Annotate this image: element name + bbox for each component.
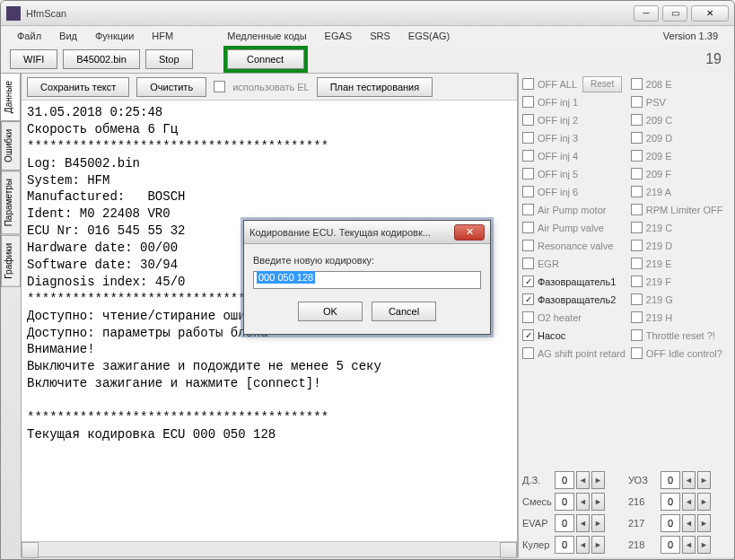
- check-off-inj-4[interactable]: OFF inj 4: [522, 148, 626, 163]
- connect-button[interactable]: Connect: [227, 49, 304, 69]
- stop-button[interactable]: Stop: [145, 49, 193, 69]
- check-off-inj-5[interactable]: OFF inj 5: [522, 166, 626, 181]
- check--1[interactable]: Фазовращатель1: [522, 274, 626, 289]
- check--2[interactable]: Фазовращатель2: [522, 292, 626, 307]
- spinner-Кулер[interactable]: Кулер0◄►: [522, 536, 625, 554]
- spinner-Смесь[interactable]: Смесь0◄►: [522, 493, 625, 511]
- cancel-button[interactable]: Cancel: [372, 302, 436, 321]
- check-219-d[interactable]: 219 D: [631, 238, 731, 253]
- app-icon: [6, 6, 21, 21]
- spinner-УОЗ[interactable]: УОЗ0◄►: [628, 471, 731, 489]
- counter: 19: [705, 51, 725, 67]
- dialog-label: Введите новую кодировку:: [253, 255, 481, 266]
- spinner-216[interactable]: 2160◄►: [628, 493, 731, 511]
- use-el-checkbox[interactable]: [214, 81, 225, 92]
- check-208-e[interactable]: 208 E: [631, 76, 731, 92]
- dialog-title: Кодирование ECU. Текущая кодировк...: [249, 227, 454, 238]
- check-209-d[interactable]: 209 D: [631, 130, 731, 145]
- check-219-h[interactable]: 219 H: [631, 310, 731, 325]
- toolbar: WIFI B45002.bin Stop Connect 19: [1, 46, 734, 73]
- dialog-close-button[interactable]: ✕: [454, 224, 485, 241]
- check-209-c[interactable]: 209 C: [631, 112, 731, 127]
- check-off-inj-6[interactable]: OFF inj 6: [522, 184, 626, 199]
- check-off-inj-3[interactable]: OFF inj 3: [522, 130, 626, 145]
- spinner-EVAP[interactable]: EVAP0◄►: [522, 514, 625, 532]
- check-off-inj-2[interactable]: OFF inj 2: [522, 112, 626, 127]
- check-219-c[interactable]: 219 C: [631, 220, 731, 235]
- ok-button[interactable]: OK: [298, 302, 363, 321]
- check-air-pump-motor[interactable]: Air Pump motor: [522, 202, 626, 217]
- check-egr[interactable]: EGR: [522, 256, 626, 271]
- window-title: HfmScan: [26, 8, 634, 19]
- check-209-f[interactable]: 209 F: [631, 166, 731, 181]
- check-219-e[interactable]: 219 E: [631, 256, 731, 271]
- check-air-pump-valve[interactable]: Air Pump valve: [522, 220, 626, 235]
- check-off-inj-1[interactable]: OFF inj 1: [522, 94, 626, 109]
- check-o2-heater[interactable]: O2 heater: [522, 310, 626, 325]
- check-219-f[interactable]: 219 F: [631, 274, 731, 289]
- spinner-217[interactable]: 2170◄►: [628, 514, 731, 532]
- check-throttle-reset-[interactable]: Throttle reset ?!: [631, 328, 731, 343]
- use-el-label: использовать EL: [232, 82, 310, 92]
- menu-view[interactable]: Вид: [50, 29, 86, 43]
- vertical-tabs: Данные Ошибки Параметры Графики: [1, 73, 21, 557]
- minimize-button[interactable]: ─: [634, 5, 659, 22]
- tab-errors[interactable]: Ошибки: [1, 121, 21, 171]
- close-button[interactable]: ✕: [691, 5, 729, 22]
- menu-slowcodes[interactable]: Медленные коды: [218, 29, 315, 43]
- clear-button[interactable]: Очистить: [136, 77, 206, 97]
- check-219-g[interactable]: 219 G: [631, 292, 731, 307]
- save-text-button[interactable]: Сохранить текст: [27, 77, 129, 97]
- spinner-218[interactable]: 2180◄►: [628, 536, 731, 554]
- maximize-button[interactable]: ▭: [662, 5, 687, 22]
- titlebar: HfmScan ─ ▭ ✕: [1, 1, 734, 26]
- spinner-Д.З.[interactable]: Д.З.0◄►: [522, 471, 625, 489]
- reset-button[interactable]: Reset: [582, 76, 622, 92]
- coding-input[interactable]: 000 050 128: [253, 271, 481, 289]
- menu-egsag[interactable]: EGS(AG): [399, 29, 459, 43]
- menu-functions[interactable]: Функции: [86, 29, 143, 43]
- connect-highlight: Connect: [223, 46, 308, 73]
- menu-hfm[interactable]: HFM: [143, 29, 182, 43]
- check--[interactable]: Насос: [522, 328, 626, 343]
- file-button[interactable]: B45002.bin: [63, 49, 140, 69]
- check-219-a[interactable]: 219 A: [631, 184, 731, 199]
- wifi-button[interactable]: WIFI: [10, 49, 57, 69]
- check-resonance-valve[interactable]: Resonance valve: [522, 238, 626, 253]
- tab-graphs[interactable]: Графики: [1, 235, 21, 287]
- test-plan-button[interactable]: План тестирования: [317, 77, 433, 97]
- check-psv[interactable]: PSV: [631, 94, 731, 109]
- tab-params[interactable]: Параметры: [1, 171, 21, 234]
- menu-file[interactable]: Файл: [8, 29, 50, 43]
- version-label: Version 1.39: [654, 29, 727, 43]
- h-scrollbar[interactable]: [22, 541, 517, 556]
- check-rpm-limiter-off[interactable]: RPM Limiter OFF: [631, 202, 731, 217]
- check-off-idle-control-[interactable]: OFF Idle control?: [631, 346, 731, 361]
- check-209-e[interactable]: 209 E: [631, 148, 731, 163]
- menu-egas[interactable]: EGAS: [316, 29, 362, 43]
- ecu-coding-dialog: Кодирование ECU. Текущая кодировк... ✕ В…: [243, 220, 491, 335]
- menu-srs[interactable]: SRS: [361, 29, 399, 43]
- menubar: Файл Вид Функции HFM Медленные коды EGAS…: [1, 26, 734, 46]
- tab-data[interactable]: Данные: [1, 73, 21, 121]
- check-off-all[interactable]: OFF ALLReset: [522, 76, 626, 92]
- side-panel: OFF ALLResetOFF inj 1OFF inj 2OFF inj 3O…: [518, 73, 734, 557]
- check-ag-shift-point-retard[interactable]: AG shift point retard: [522, 346, 626, 361]
